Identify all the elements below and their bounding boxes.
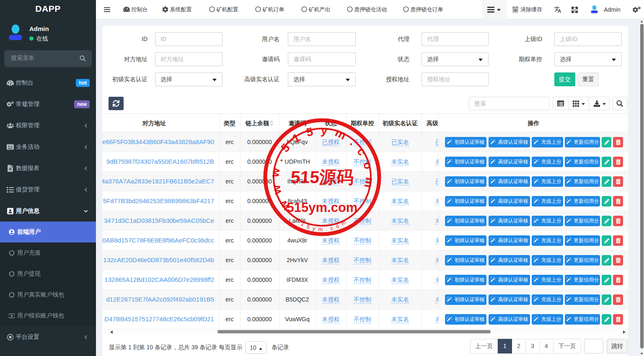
svg-text:515源码: 515源码 — [290, 168, 354, 187]
svg-text:515ym.com: 515ym.com — [287, 200, 358, 215]
